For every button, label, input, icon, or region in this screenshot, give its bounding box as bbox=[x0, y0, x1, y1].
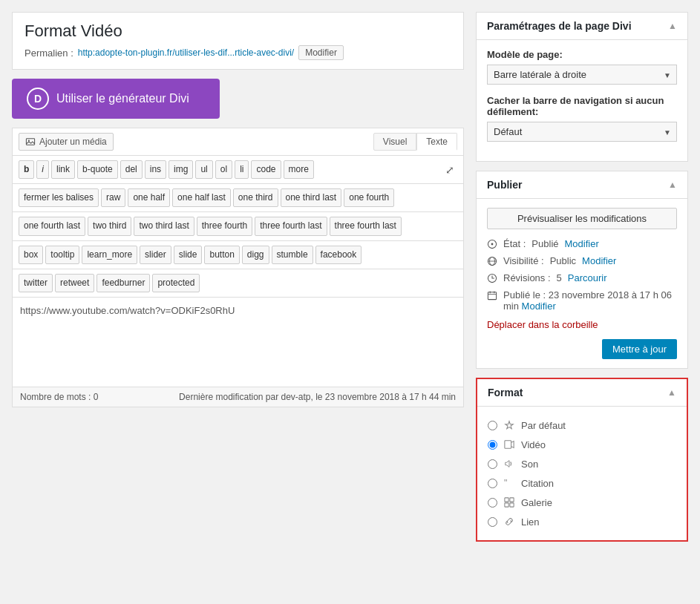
btn-two-third-last[interactable]: two third last bbox=[134, 217, 194, 235]
son-label: Son bbox=[521, 459, 538, 470]
format-option-lien[interactable]: Lien bbox=[488, 512, 676, 531]
btn-one-third-last[interactable]: one third last bbox=[281, 188, 342, 207]
revisions-link[interactable]: Parcourir bbox=[568, 272, 607, 283]
btn-twitter[interactable]: twitter bbox=[19, 274, 53, 292]
format-buttons-row4: box tooltip learn_more slider slide butt… bbox=[13, 241, 463, 269]
btn-stumble[interactable]: stumble bbox=[272, 246, 313, 264]
btn-slide[interactable]: slide bbox=[174, 246, 203, 264]
btn-box[interactable]: box bbox=[19, 246, 43, 264]
btn-two-third[interactable]: two third bbox=[88, 217, 131, 235]
btn-slider[interactable]: slider bbox=[140, 246, 171, 264]
format-radio-video[interactable] bbox=[488, 440, 497, 450]
btn-one-third[interactable]: one third bbox=[233, 188, 278, 207]
btn-learn-more[interactable]: learn_more bbox=[82, 246, 137, 264]
lien-icon bbox=[503, 516, 515, 528]
citation-label: Citation bbox=[521, 478, 554, 489]
editor-content-text: https://www.youtube.com/watch?v=ODKiF2s0… bbox=[20, 305, 235, 316]
format-option-video[interactable]: Vidéo bbox=[488, 435, 676, 454]
nav-hide-select[interactable]: Défaut Oui Non bbox=[487, 122, 677, 142]
btn-bold[interactable]: b bbox=[19, 160, 34, 179]
format-radio-lien[interactable] bbox=[488, 517, 497, 527]
par-defaut-icon bbox=[503, 419, 515, 431]
format-radio-citation[interactable] bbox=[488, 479, 497, 488]
btn-tooltip[interactable]: tooltip bbox=[45, 246, 79, 264]
published-modify-link[interactable]: Modifier bbox=[522, 301, 556, 312]
word-count: Nombre de mots : 0 bbox=[20, 392, 98, 402]
format-buttons-row3: one fourth last two third two third last… bbox=[13, 212, 463, 240]
format-buttons-row1: b i link b-quote del ins img ul ol li co… bbox=[13, 156, 463, 184]
editor-container: Ajouter un média Visuel Texte b i link b… bbox=[12, 128, 464, 407]
svg-rect-14 bbox=[505, 498, 508, 502]
permalink-label: Permalien : bbox=[24, 47, 73, 59]
btn-img[interactable]: img bbox=[169, 160, 193, 179]
preview-button[interactable]: Prévisualiser les modifications bbox=[487, 208, 677, 229]
format-option-galerie[interactable]: Galerie bbox=[488, 493, 676, 512]
btn-one-half[interactable]: one half bbox=[128, 188, 170, 207]
btn-button[interactable]: button bbox=[204, 246, 239, 264]
tab-text[interactable]: Texte bbox=[416, 133, 457, 151]
btn-one-half-last[interactable]: one half last bbox=[172, 188, 231, 207]
update-button[interactable]: Mettre à jour bbox=[602, 339, 677, 359]
revisions-icon bbox=[487, 273, 497, 283]
btn-one-fourth-last[interactable]: one fourth last bbox=[19, 217, 85, 235]
state-modify-link[interactable]: Modifier bbox=[565, 238, 599, 249]
btn-ol[interactable]: ol bbox=[215, 160, 232, 179]
btn-link[interactable]: link bbox=[51, 160, 75, 179]
expand-button[interactable]: ⤢ bbox=[442, 163, 457, 177]
publish-title: Publier bbox=[487, 179, 522, 191]
svg-point-1 bbox=[28, 140, 30, 142]
divi-settings-title: Paramétrages de la page Divi bbox=[487, 20, 632, 32]
btn-italic[interactable]: i bbox=[36, 160, 49, 179]
btn-li[interactable]: li bbox=[235, 160, 249, 179]
btn-fermer-balises[interactable]: fermer les balises bbox=[19, 188, 99, 207]
format-collapse-icon[interactable]: ▲ bbox=[667, 387, 676, 398]
btn-feedburner[interactable]: feedburner bbox=[97, 274, 150, 292]
btn-more[interactable]: more bbox=[284, 160, 314, 179]
btn-three-fourth[interactable]: three fourth bbox=[197, 217, 252, 235]
state-label: État : bbox=[503, 238, 526, 249]
format-option-par-defaut[interactable]: Par défaut bbox=[488, 416, 676, 435]
publish-collapse-icon[interactable]: ▲ bbox=[668, 180, 677, 190]
visibility-value: Public bbox=[550, 255, 576, 266]
format-radio-par-defaut[interactable] bbox=[488, 421, 497, 430]
btn-ins[interactable]: ins bbox=[145, 160, 166, 179]
btn-three-fourth-last[interactable]: three fourth last bbox=[255, 217, 327, 235]
svg-rect-17 bbox=[510, 503, 514, 507]
format-buttons-row5: twitter retweet feedburner protected bbox=[13, 269, 463, 298]
btn-del[interactable]: del bbox=[120, 160, 143, 179]
btn-code[interactable]: code bbox=[251, 160, 281, 179]
visibility-modify-link[interactable]: Modifier bbox=[582, 255, 616, 266]
video-icon bbox=[503, 439, 515, 450]
page-model-wrapper: Barre latérale à droite Pleine largeur S… bbox=[487, 65, 677, 85]
format-option-citation[interactable]: " Citation bbox=[488, 473, 676, 493]
btn-bquote[interactable]: b-quote bbox=[77, 160, 118, 179]
btn-ul[interactable]: ul bbox=[195, 160, 212, 179]
format-panel: Format ▲ Par défaut bbox=[476, 378, 688, 542]
delete-link[interactable]: Déplacer dans la corbeille bbox=[487, 319, 677, 330]
media-icon bbox=[25, 137, 36, 147]
divi-builder-button[interactable]: D Utiliser le générateur Divi bbox=[12, 79, 220, 119]
add-media-button[interactable]: Ajouter un média bbox=[19, 133, 114, 151]
btn-three-fourth-last2[interactable]: three fourth last bbox=[330, 217, 402, 235]
format-radio-galerie[interactable] bbox=[488, 498, 497, 508]
page-model-select[interactable]: Barre latérale à droite Pleine largeur S… bbox=[487, 65, 677, 85]
svg-text:": " bbox=[504, 478, 507, 488]
divi-settings-collapse-icon[interactable]: ▲ bbox=[668, 21, 677, 31]
divi-logo: D bbox=[27, 88, 49, 110]
galerie-icon bbox=[503, 496, 515, 508]
divi-button-label: Utiliser le générateur Divi bbox=[56, 92, 189, 105]
btn-retweet[interactable]: retweet bbox=[55, 274, 94, 292]
btn-protected[interactable]: protected bbox=[152, 274, 200, 292]
btn-facebook[interactable]: facebook bbox=[315, 246, 362, 264]
publish-panel: Publier ▲ Prévisualiser les modification… bbox=[476, 171, 688, 369]
published-date-icon bbox=[487, 290, 497, 301]
btn-raw[interactable]: raw bbox=[101, 188, 125, 207]
btn-one-fourth[interactable]: one fourth bbox=[344, 188, 394, 207]
editor-content-area[interactable]: https://www.youtube.com/watch?v=ODKiF2s0… bbox=[13, 298, 463, 387]
format-option-son[interactable]: Son bbox=[488, 454, 676, 473]
format-radio-son[interactable] bbox=[488, 459, 497, 469]
permalink-url[interactable]: http:adopte-ton-plugin.fr/utiliser-les-d… bbox=[78, 47, 294, 58]
permalink-modify-button[interactable]: Modifier bbox=[298, 45, 344, 60]
btn-digg[interactable]: digg bbox=[242, 246, 269, 264]
tab-visual[interactable]: Visuel bbox=[373, 133, 416, 151]
